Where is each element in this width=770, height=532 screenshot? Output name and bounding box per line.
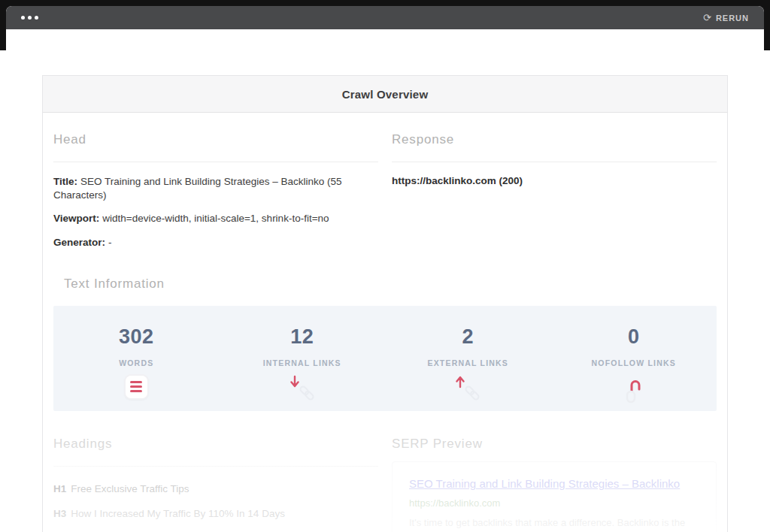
word-list-icon [124,374,149,404]
response-section-title: Response [392,132,717,147]
dot-icon [21,16,25,20]
text-information-title: Text Information [53,277,717,292]
serp-result-url: https://backlinko.com [409,497,699,509]
dot-icon [35,16,38,20]
meta-value: width=device-width, initial-scale=1, shr… [102,213,329,224]
rerun-button[interactable]: ⟳ RERUN [703,13,749,23]
chain-icon [462,383,482,403]
heading-tag: H1 [53,483,66,494]
meta-label: Title: [53,176,77,187]
nofollow-link-icon [619,374,649,404]
heading-item: H3How I Increased My Traffic By 110% In … [53,502,378,525]
stat-label: INTERNAL LINKS [263,358,341,367]
heading-item: H1Free Exclusive Traffic Tips [53,477,378,500]
meta-row-viewport: Viewport:width=device-width, initial-sca… [53,212,378,225]
head-section: Head Title:SEO Training and Link Buildin… [53,113,378,249]
refresh-icon: ⟳ [703,13,712,23]
crawl-overview-card: Crawl Overview Head Title:SEO Training a… [42,75,728,532]
stat-label: WORDS [119,358,153,367]
stat-nofollow-links: 0 NOFOLLOW LINKS [551,306,717,411]
arrow-down-icon [290,375,299,388]
divider [53,162,378,162]
meta-row-title: Title:SEO Training and Link Building Str… [53,175,378,202]
titlebar: ⟳ RERUN [6,6,764,29]
serp-preview-title: SERP Preview [392,437,717,452]
heading-text: How I Increased My Traffic By 110% In 14… [71,508,285,519]
rerun-label: RERUN [716,14,749,23]
response-url: https://backlinko.com (200) [392,175,717,186]
serp-preview-section: SERP Preview SEO Training and Link Build… [392,437,717,532]
stat-value: 302 [119,325,154,349]
broken-chain-icon [619,374,649,404]
meta-label: Viewport: [53,213,99,224]
arrow-up-icon [456,375,465,388]
stats-panel: 302 WORDS 12 INTERNAL LINKS [53,306,717,411]
meta-value: SEO Training and Link Building Strategie… [53,176,341,201]
meta-value: - [108,237,112,248]
divider [392,162,717,162]
serp-result-description: It's time to get backlinks that make a d… [409,516,699,530]
stat-words: 302 WORDS [53,306,220,411]
serp-result-link[interactable]: SEO Training and Link Building Strategie… [409,477,680,490]
stat-value: 0 [628,325,640,349]
stat-label: NOFOLLOW LINKS [592,358,676,367]
serp-preview-box: SEO Training and Link Building Strategie… [392,461,717,532]
headings-list: H1Free Exclusive Traffic Tips H3How I In… [53,477,378,525]
heading-tag: H3 [53,508,66,519]
divider [53,466,378,467]
chain-icon [297,383,317,403]
head-section-title: Head [53,132,378,147]
internal-link-icon [286,374,319,404]
window-menu-button[interactable] [21,16,38,20]
stat-internal-links: 12 INTERNAL LINKS [220,306,386,411]
meta-row-generator: Generator:- [53,236,378,249]
stat-value: 2 [462,325,474,349]
external-link-icon [451,374,484,404]
stat-label: EXTERNAL LINKS [427,358,508,367]
headings-section-title: Headings [53,437,378,452]
stat-external-links: 2 EXTERNAL LINKS [385,306,551,411]
app-window: ⟳ RERUN Crawl Overview Head Title:SEO Tr… [6,6,764,532]
meta-label: Generator: [53,237,105,248]
text-information-section: Text Information 302 WORDS 12 INTERNAL L… [53,277,717,411]
headings-section: Headings H1Free Exclusive Traffic Tips H… [53,437,378,532]
heading-text: Free Exclusive Traffic Tips [71,483,189,494]
stat-value: 12 [290,325,314,349]
dot-icon [28,16,32,20]
card-title: Crawl Overview [43,76,727,113]
response-section: Response https://backlinko.com (200) [392,113,717,249]
